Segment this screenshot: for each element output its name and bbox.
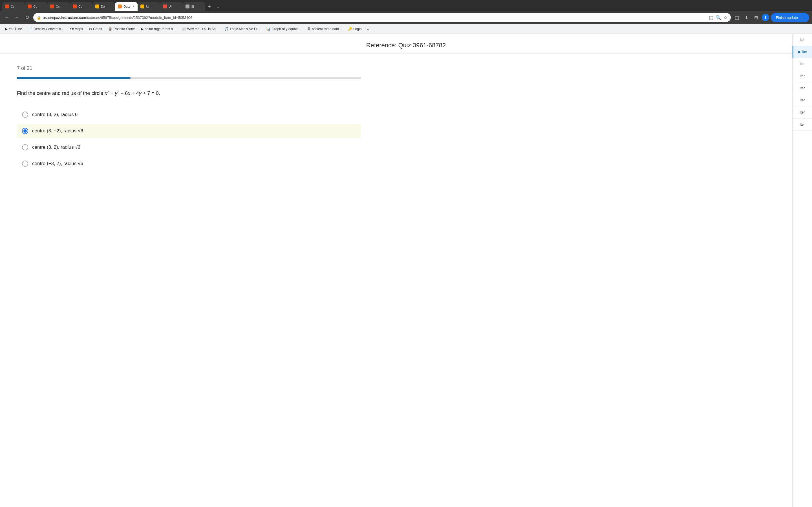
address-host: asuprepaz.instructure.com	[43, 15, 86, 20]
new-tab-button[interactable]: +	[205, 2, 213, 11]
page-content: Reference: Quiz 3961-68782 7 of 21 Find …	[0, 34, 812, 507]
main-content: 7 of 21 Find the centre and radius of th…	[0, 54, 812, 182]
bookmark-rome[interactable]: 🏛 ancient rome nam...	[305, 26, 344, 32]
bookmark-sti-label: Why the U.S. Is Sti...	[187, 27, 218, 31]
option-c[interactable]: centre (3, 2), radius √6	[17, 140, 361, 154]
side-item-7[interactable]: Iter	[793, 107, 812, 119]
tab-label-8: Ur	[168, 5, 180, 8]
options-list: centre (3, 2), radius 6 centre (3, −2), …	[17, 108, 361, 171]
radio-a[interactable]	[22, 112, 28, 118]
bookmark-rosetta-label: Rosetta Stone	[113, 27, 135, 31]
radio-d[interactable]	[22, 161, 28, 167]
bookmark-gmail-icon: ✉	[89, 27, 92, 31]
bookmark-rosetta[interactable]: 🗿 Rosetta Stone	[106, 26, 137, 32]
content-wrapper: 7 of 21 Find the centre and radius of th…	[0, 54, 812, 182]
split-icon[interactable]: ⊟	[752, 13, 760, 21]
bookmark-graph[interactable]: 📊 Graph of y equals...	[264, 26, 303, 32]
bookmark-density-icon: 📄	[28, 27, 33, 31]
search-icon[interactable]: 🔍	[716, 15, 721, 20]
question-text: Find the centre and radius of the circle…	[17, 89, 361, 98]
bookmark-login[interactable]: 🔑 Login	[346, 26, 364, 32]
side-item-4[interactable]: Iter	[793, 70, 812, 82]
back-button[interactable]: ←	[3, 13, 11, 21]
bookmark-gmail-label: Gmail	[93, 27, 102, 31]
tab-label-1: Cc	[11, 5, 22, 8]
tab-active[interactable]: Quiz ×	[115, 2, 138, 11]
side-item-5[interactable]: Iter	[793, 82, 812, 94]
equation: x2 + y2 − 6x + 4y + 7 = 0.	[105, 91, 160, 96]
bookmark-gmail[interactable]: ✉ Gmail	[87, 26, 104, 32]
bookmark-login-label: Login	[353, 27, 361, 31]
reference-text: Reference: Quiz 3961-68782	[366, 42, 446, 49]
tab-8[interactable]: Ur	[160, 2, 183, 11]
tab-favicon-7	[140, 4, 144, 8]
bookmark-dellor-label: dellor rage remix b...	[145, 27, 175, 31]
save-icon[interactable]: ⬇	[743, 13, 751, 21]
tab-label-9: Si	[191, 5, 202, 8]
progress-bar	[17, 77, 361, 79]
bookmark-logic[interactable]: 🎵 Logic Men's No Pr...	[222, 26, 262, 32]
tab-favicon-4	[73, 4, 77, 8]
option-b[interactable]: centre (3, −2), radius √6	[17, 124, 361, 138]
bookmark-density-label: Density Conversio...	[34, 27, 64, 31]
address-path: /courses/65975/assignments/2537392?modul…	[86, 15, 192, 20]
bookmark-logic-label: Logic Men's No Pr...	[230, 27, 260, 31]
tab-close-icon[interactable]: ×	[133, 4, 135, 8]
side-item-2[interactable]: ▶ Iter	[793, 46, 812, 58]
tab-1[interactable]: Cc	[2, 2, 25, 11]
option-d-label: centre (−3, 2), radius √6	[32, 161, 83, 166]
lock-icon: 🔒	[37, 15, 41, 20]
side-item-2-label: Iter	[802, 50, 807, 54]
finish-update-dots: ⋮	[800, 15, 804, 20]
bookmark-maps[interactable]: 🗺 Maps	[68, 26, 85, 32]
bookmark-density[interactable]: 📄 Density Conversio...	[26, 26, 66, 32]
reload-button[interactable]: ↻	[23, 13, 31, 21]
address-bar[interactable]: 🔒 asuprepaz.instructure.com/courses/6597…	[33, 13, 731, 22]
option-d[interactable]: centre (−3, 2), radius √6	[17, 157, 361, 171]
side-item-4-label: Iter	[800, 74, 805, 78]
star-icon[interactable]: ☆	[723, 15, 727, 20]
browser-chrome: Cc Cc Cc Cc Da Quiz × Ur Ur	[0, 0, 812, 34]
address-icons: ⬚ 🔍 ☆	[709, 15, 727, 20]
option-c-label: centre (3, 2), radius √6	[32, 145, 80, 150]
tab-3[interactable]: Cc	[47, 2, 70, 11]
bookmark-login-icon: 🔑	[348, 27, 352, 31]
bookmark-sti-icon: 📰	[182, 27, 186, 31]
tab-7[interactable]: Ur	[138, 2, 160, 11]
side-item-8[interactable]: Iter	[793, 119, 812, 131]
radio-c[interactable]	[22, 144, 28, 151]
side-item-1[interactable]: Iter	[793, 34, 812, 46]
bookmark-sti[interactable]: 📰 Why the U.S. Is Sti...	[180, 26, 221, 32]
side-item-3-label: Iter	[800, 62, 805, 66]
bookmark-dellor[interactable]: ▶ dellor rage remix b...	[139, 26, 177, 32]
bookmark-youtube[interactable]: ▶ YouTube	[3, 26, 24, 32]
tab-favicon-1	[5, 4, 9, 8]
radio-b[interactable]	[22, 128, 28, 134]
bookmark-dellor-icon: ▶	[141, 27, 144, 31]
tab-favicon-active	[118, 4, 122, 8]
forward-button[interactable]: →	[13, 13, 21, 21]
bookmark-maps-icon: 🗺	[70, 27, 73, 31]
tab-overflow-button[interactable]: ⌄	[214, 2, 222, 11]
finish-update-button[interactable]: Finish update ⋮	[771, 13, 809, 22]
bookmark-rome-label: ancient rome nam...	[312, 27, 342, 31]
side-item-3[interactable]: Iter	[793, 58, 812, 70]
cast-icon[interactable]: ⬚	[709, 15, 713, 20]
tab-label-2: Cc	[33, 5, 45, 8]
side-item-2-arrow: ▶	[798, 50, 801, 54]
bookmark-rome-icon: 🏛	[307, 27, 311, 31]
tab-2[interactable]: Cc	[25, 2, 47, 11]
tab-5[interactable]: Da	[93, 2, 115, 11]
bookmarks-more-button[interactable]: »	[367, 27, 369, 31]
option-a[interactable]: centre (3, 2), radius 6	[17, 108, 361, 122]
tab-label-4: Cc	[79, 5, 90, 8]
profile-avatar[interactable]: I	[762, 14, 769, 21]
side-item-6[interactable]: Iter	[793, 94, 812, 107]
extensions-icon[interactable]: ⬚	[733, 13, 741, 21]
option-a-label: centre (3, 2), radius 6	[32, 112, 78, 117]
bookmark-graph-icon: 📊	[266, 27, 270, 31]
toolbar-right: ⬚ ⬇ ⊟ I Finish update ⋮	[733, 13, 809, 22]
tab-4[interactable]: Cc	[70, 2, 93, 11]
side-item-8-label: Iter	[800, 122, 805, 126]
tab-9[interactable]: Si	[183, 2, 205, 11]
